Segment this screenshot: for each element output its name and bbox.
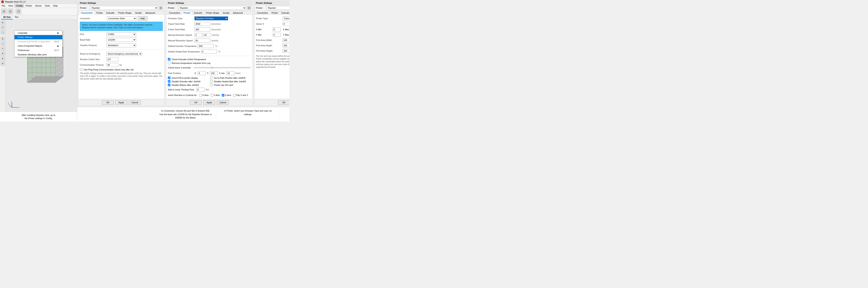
def-bed-temp-input[interactable]: [201, 50, 217, 53]
dropdown-language[interactable]: Language ▶: [14, 31, 62, 35]
dropdown-firmware-eeprom[interactable]: Firmware EEPROM Configuration Alt+E: [14, 39, 62, 44]
go-to-park-cb[interactable]: [210, 77, 213, 79]
menu-server[interactable]: Server: [34, 4, 43, 7]
ps2-tab-extruder[interactable]: Extruder: [192, 11, 204, 15]
baud-select[interactable]: 115200: [106, 38, 136, 42]
ymin-input[interactable]: [273, 33, 281, 37]
ps1-apply[interactable]: Apply: [115, 100, 127, 105]
ps1-tab-shape[interactable]: Printer Shape: [116, 11, 133, 15]
help-btn[interactable]: Help: [138, 16, 148, 21]
ps2-tab-printer[interactable]: Printer: [182, 11, 192, 15]
ps1-delete-btn[interactable]: 🗑: [159, 6, 163, 10]
ps2-tab-shape[interactable]: Printer Shape: [204, 11, 221, 15]
x-axis-cb[interactable]: [199, 94, 202, 97]
check-extruder-cb[interactable]: [168, 58, 170, 61]
xmin-input[interactable]: [273, 28, 281, 31]
transfer-select[interactable]: Autodetect: [106, 43, 136, 47]
ps3-ok[interactable]: OK: [278, 100, 289, 105]
menu-help[interactable]: Help: [52, 4, 59, 7]
menu-file[interactable]: File: [0, 4, 7, 7]
load-btn[interactable]: [7, 9, 13, 14]
manual-ext-unit: [mm/s]: [212, 34, 219, 36]
tool-select[interactable]: ↗: [1, 41, 5, 46]
disable-motors-cb[interactable]: [168, 84, 170, 86]
remove-temp-cb[interactable]: [168, 62, 170, 64]
travel-input[interactable]: [194, 22, 210, 26]
ps3-tab-printer[interactable]: Printer: [270, 11, 280, 15]
menu-view[interactable]: View: [7, 4, 15, 7]
tab-3dview[interactable]: 3D View: [1, 15, 13, 20]
caption-app: [77, 107, 155, 122]
connect-btn[interactable]: [1, 9, 7, 14]
port-select[interactable]: COM3: [106, 32, 136, 36]
ps2-tab-advanced[interactable]: Advanced: [231, 11, 245, 15]
home-x-input[interactable]: [283, 22, 289, 26]
tool-settings2[interactable]: ⚙: [1, 61, 5, 66]
tool-copy[interactable]: ⧉: [1, 51, 5, 56]
tool-delete[interactable]: ✕: [1, 46, 5, 51]
area-depth-input[interactable]: [283, 43, 289, 47]
zaxis-input[interactable]: [194, 28, 210, 31]
dropdown-units[interactable]: Units of Imported Objects ▶: [14, 44, 62, 48]
reset-select[interactable]: Send emergency command and reconnect: [106, 52, 142, 56]
tool-mirror[interactable]: ⇌: [1, 57, 5, 61]
ps1-tab-advanced[interactable]: Advanced: [144, 11, 157, 15]
ps1-cancel[interactable]: Cancel: [129, 100, 141, 105]
flip-xy-cb[interactable]: [233, 94, 236, 97]
ps2-cancel[interactable]: Cancel: [217, 100, 229, 105]
ps3-printer-select[interactable]: Repetier: [266, 6, 289, 10]
3dview-btn[interactable]: [16, 9, 21, 14]
add-comp-input[interactable]: [196, 87, 204, 92]
ps2-printer-select[interactable]: Repetier: [178, 6, 246, 10]
tool-fit[interactable]: ⊞: [1, 37, 5, 41]
check-slider[interactable]: [194, 67, 251, 68]
send-eta-row: Send ETA to printer display: [168, 77, 209, 79]
area-height-input[interactable]: [283, 49, 289, 53]
ps1-printer-select[interactable]: Repetier: [90, 6, 158, 10]
ps1-ok[interactable]: OK: [102, 100, 114, 105]
y-axis-cb[interactable]: [211, 94, 213, 97]
manual-ret-input[interactable]: [194, 39, 210, 42]
tool-rotate[interactable]: ↺: [1, 25, 5, 30]
area-width-input[interactable]: [283, 38, 289, 42]
send-eta-cb[interactable]: [168, 77, 170, 79]
cache-input[interactable]: [106, 57, 118, 61]
def-ext-temp-input[interactable]: [198, 44, 214, 48]
ps2-apply[interactable]: Apply: [203, 100, 215, 105]
timeout-input[interactable]: [106, 63, 118, 67]
ps1-tab-scripts[interactable]: Scripts: [133, 11, 144, 15]
disable-heated-cb[interactable]: [210, 80, 213, 83]
park-x-input[interactable]: [198, 71, 206, 75]
invert-label: Invert Direction in Controls for: [168, 94, 197, 96]
dropdown-printer-settings[interactable]: Printer Settings Ctrl+P: [14, 35, 62, 39]
tool-move[interactable]: ✥: [1, 21, 5, 25]
connector-select[interactable]: Connection Série: [107, 16, 136, 21]
ps3-footer: OK Apply Cancel: [254, 99, 289, 106]
z-axis-cb[interactable]: [222, 94, 224, 97]
printer-sd-cb[interactable]: [210, 84, 213, 86]
ps2-ok[interactable]: OK: [190, 100, 202, 105]
printer-type-select[interactable]: Classic Printer: [283, 16, 289, 21]
park-y-input[interactable]: [210, 71, 218, 75]
manual-ext-input1[interactable]: [194, 33, 202, 37]
ps3-tab-extruder[interactable]: Extruder: [280, 11, 289, 15]
menu-printer[interactable]: Printer: [24, 4, 33, 7]
ps2-tab-connection[interactable]: Connection: [167, 11, 182, 15]
tool-zoom[interactable]: 🔍: [1, 30, 5, 35]
dropdown-shutdown[interactable]: Shutdown Windows after print: [14, 52, 62, 57]
menu-config[interactable]: Config: [14, 4, 24, 7]
ps2-delete-btn[interactable]: 🗑: [247, 6, 251, 10]
ps1-tab-printer[interactable]: Printer: [95, 11, 105, 15]
ps3-tab-connection[interactable]: Connection: [255, 11, 270, 15]
ps1-tab-connection[interactable]: Connection: [79, 11, 95, 15]
firmware-select[interactable]: Repetier-Firmware: [194, 16, 228, 21]
ps1-tab-extruder[interactable]: Extruder: [105, 11, 117, 15]
dropdown-preferences[interactable]: Preferences Alt+P: [14, 48, 62, 52]
menu-tools[interactable]: Tools: [43, 4, 52, 7]
park-zmin-input[interactable]: [226, 71, 234, 75]
manual-ext-input2[interactable]: [203, 33, 211, 37]
pingpong-checkbox[interactable]: [80, 68, 83, 71]
disable-ext-cb[interactable]: [168, 80, 170, 83]
ps2-tab-scripts[interactable]: Scripts: [221, 11, 231, 15]
tab-temp[interactable]: Tem: [13, 15, 21, 20]
